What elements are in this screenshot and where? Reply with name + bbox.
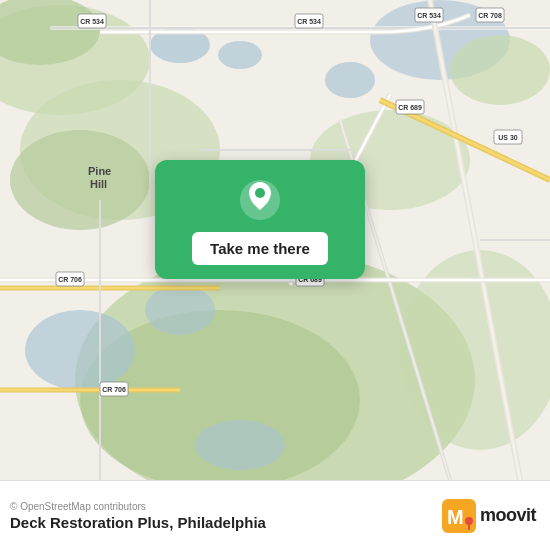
svg-text:Pine: Pine <box>88 165 111 177</box>
svg-text:CR 689: CR 689 <box>398 104 422 111</box>
location-pin-icon <box>238 178 282 222</box>
svg-point-62 <box>255 188 265 198</box>
osm-credit: © OpenStreetMap contributors <box>10 501 266 512</box>
svg-point-13 <box>25 310 135 390</box>
take-me-there-button[interactable]: Take me there <box>192 232 328 265</box>
svg-text:CR 708: CR 708 <box>478 12 502 19</box>
svg-text:CR 706: CR 706 <box>102 386 126 393</box>
svg-text:M: M <box>447 506 464 528</box>
svg-text:CR 534: CR 534 <box>80 18 104 25</box>
svg-point-16 <box>325 62 375 98</box>
svg-text:US 30: US 30 <box>498 134 518 141</box>
svg-point-15 <box>195 420 285 470</box>
svg-text:CR 706: CR 706 <box>58 276 82 283</box>
place-name: Deck Restoration Plus, Philadelphia <box>10 514 266 531</box>
svg-point-8 <box>218 41 262 69</box>
bottom-bar: © OpenStreetMap contributors Deck Restor… <box>0 480 550 550</box>
svg-point-6 <box>10 130 150 230</box>
svg-point-4 <box>450 35 550 105</box>
svg-text:CR 534: CR 534 <box>297 18 321 25</box>
svg-point-65 <box>465 517 473 525</box>
svg-text:Hill: Hill <box>90 178 107 190</box>
svg-text:CR 534: CR 534 <box>417 12 441 19</box>
location-card[interactable]: Take me there <box>155 160 365 279</box>
moovit-text: moovit <box>480 505 536 526</box>
bottom-left: © OpenStreetMap contributors Deck Restor… <box>10 501 266 531</box>
moovit-logo: M moovit <box>442 499 536 533</box>
map-container: CR 534 CR 534 CR 534 CR 708 CR 689 US 30 <box>0 0 550 480</box>
moovit-brand-icon: M <box>442 499 476 533</box>
svg-point-14 <box>145 285 215 335</box>
